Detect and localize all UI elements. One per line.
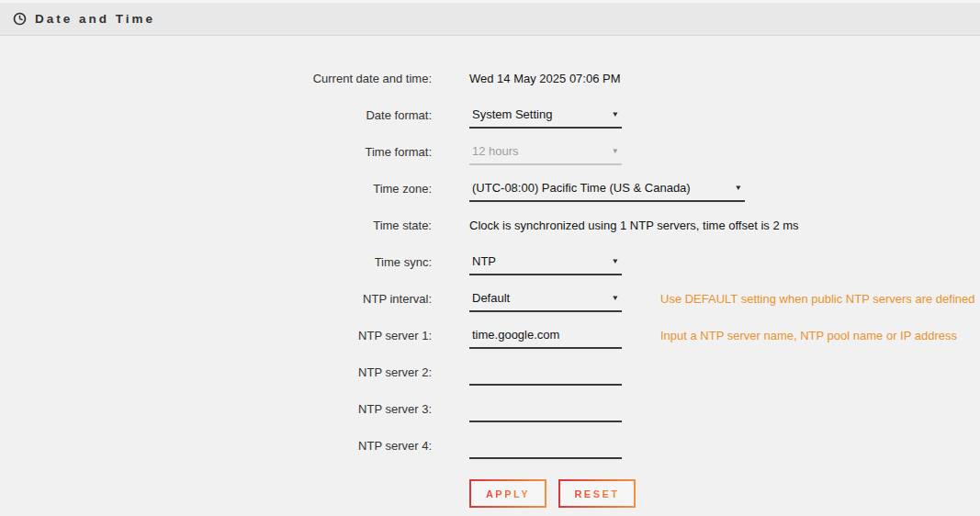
ntp-server-4-input[interactable] xyxy=(469,432,622,459)
time-format-label: Time format: xyxy=(0,145,432,159)
current-datetime-row: Current date and time: Wed 14 May 2025 0… xyxy=(0,60,980,96)
time-sync-row: Time sync: NTP ▼ xyxy=(0,243,980,280)
ntp-server-3-label: NTP server 3: xyxy=(0,402,432,416)
date-format-row: Date format: System Setting ▼ xyxy=(0,96,980,133)
ntp-server-4-label: NTP server 4: xyxy=(0,439,432,453)
time-state-label: Time state: xyxy=(0,219,432,232)
time-zone-row: Time zone: (UTC-08:00) Pacific Time (US … xyxy=(0,170,980,207)
ntp-server-3-input[interactable] xyxy=(469,396,622,422)
date-time-form: Current date and time: Wed 14 May 2025 0… xyxy=(0,36,980,508)
ntp-server-2-row: NTP server 2: xyxy=(0,353,980,390)
caret-down-icon: ▼ xyxy=(612,110,620,118)
time-sync-selected-value: NTP xyxy=(472,254,496,268)
apply-button-label: APPLY xyxy=(486,488,530,499)
current-datetime-value: Wed 14 May 2025 07:06 PM xyxy=(469,72,621,85)
time-state-row: Time state: Clock is synchronized using … xyxy=(0,207,980,243)
ntp-interval-selected-value: Default xyxy=(472,291,510,305)
ntp-server-1-label: NTP server 1: xyxy=(0,329,432,342)
time-state-value: Clock is synchronized using 1 NTP server… xyxy=(469,219,799,232)
page-header: Date and Time xyxy=(0,0,980,36)
reset-button-label: RESET xyxy=(574,488,619,499)
time-sync-select[interactable]: NTP ▼ xyxy=(469,248,622,275)
ntp-interval-row: NTP interval: Default ▼ Use DEFAULT sett… xyxy=(0,280,980,317)
time-format-row: Time format: 12 hours ▼ xyxy=(0,133,980,170)
time-zone-select[interactable]: (UTC-08:00) Pacific Time (US & Canada) ▼ xyxy=(469,174,745,202)
time-format-select[interactable]: 12 hours ▼ xyxy=(469,138,622,165)
ntp-server-2-input[interactable] xyxy=(469,359,622,386)
ntp-server-4-row: NTP server 4: xyxy=(0,427,980,464)
time-format-selected-value: 12 hours xyxy=(472,144,519,158)
time-zone-label: Time zone: xyxy=(0,182,432,196)
page-title: Date and Time xyxy=(35,12,155,26)
caret-down-icon: ▼ xyxy=(612,294,620,302)
apply-button[interactable]: APPLY xyxy=(469,479,546,508)
reset-button[interactable]: RESET xyxy=(558,479,636,508)
ntp-server-1-row: NTP server 1: Input a NTP server name, N… xyxy=(0,317,980,353)
time-sync-label: Time sync: xyxy=(0,255,432,269)
caret-down-icon: ▼ xyxy=(612,147,620,155)
clock-icon xyxy=(13,12,27,26)
ntp-server-2-label: NTP server 2: xyxy=(0,365,432,379)
ntp-server-1-input[interactable] xyxy=(469,322,622,349)
date-format-selected-value: System Setting xyxy=(472,107,552,121)
ntp-server-3-row: NTP server 3: xyxy=(0,390,980,427)
time-zone-selected-value: (UTC-08:00) Pacific Time (US & Canada) xyxy=(472,181,691,195)
current-datetime-label: Current date and time: xyxy=(0,72,432,85)
ntp-server-1-hint: Input a NTP server name, NTP pool name o… xyxy=(660,329,957,342)
date-format-label: Date format: xyxy=(0,108,432,122)
form-actions: APPLY RESET xyxy=(469,479,980,508)
ntp-interval-label: NTP interval: xyxy=(0,292,432,306)
ntp-interval-select[interactable]: Default ▼ xyxy=(469,285,622,312)
date-format-select[interactable]: System Setting ▼ xyxy=(469,101,622,129)
caret-down-icon: ▼ xyxy=(612,257,620,265)
caret-down-icon: ▼ xyxy=(735,184,743,192)
ntp-interval-hint: Use DEFAULT setting when public NTP serv… xyxy=(660,292,975,306)
